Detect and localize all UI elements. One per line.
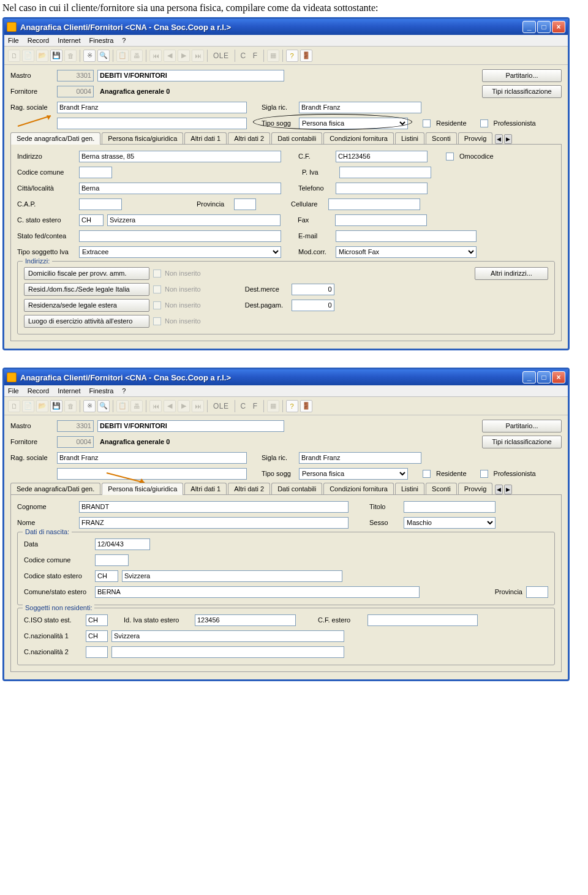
grid-icon[interactable]: ▦ <box>267 400 279 412</box>
minimize-button[interactable]: _ <box>522 21 536 33</box>
c-label[interactable]: C <box>241 51 246 60</box>
tiposogg-select[interactable]: Persona fisica <box>299 468 408 480</box>
cstato-desc[interactable] <box>107 214 281 226</box>
nasc-codcom-input[interactable] <box>95 554 129 566</box>
professionista-checkbox[interactable] <box>480 470 488 478</box>
tab-provvig[interactable]: Provvig <box>458 483 493 494</box>
tab-next-icon[interactable]: ▶ <box>504 485 512 494</box>
destmerce-input[interactable] <box>292 284 334 295</box>
cf-input[interactable] <box>336 151 428 162</box>
tab-persona[interactable]: Persona fisica/giuridica <box>102 132 183 144</box>
cap-input[interactable] <box>79 198 122 210</box>
cnaz2-input[interactable] <box>86 646 108 658</box>
first-icon[interactable]: ⏮ <box>149 400 162 412</box>
resid-estera-button[interactable]: Residenza/sede legale estera <box>24 299 149 312</box>
print-icon[interactable]: 🖶 <box>130 50 143 62</box>
last-icon[interactable]: ⏭ <box>192 50 204 62</box>
menu-file[interactable]: File <box>8 387 19 395</box>
indirizzo-input[interactable] <box>79 151 281 162</box>
tab-list[interactable]: Listini <box>395 132 424 144</box>
exit-icon[interactable]: 🚪 <box>300 400 312 412</box>
prov-input[interactable] <box>234 198 256 210</box>
copy-icon[interactable]: 📄 <box>22 50 34 62</box>
mastro-desc[interactable] <box>97 420 284 432</box>
tab-altri2[interactable]: Altri dati 2 <box>228 483 270 494</box>
close-button[interactable]: × <box>552 371 565 383</box>
exit-icon[interactable]: 🚪 <box>300 50 312 62</box>
tab-altri1[interactable]: Altri dati 1 <box>184 132 227 144</box>
cnaz1-input[interactable] <box>86 630 108 642</box>
omocodice-checkbox[interactable] <box>446 153 454 160</box>
tab-cond[interactable]: Condizioni fornitura <box>323 483 394 494</box>
data-input[interactable] <box>95 538 150 550</box>
first-icon[interactable]: ⏮ <box>149 50 162 62</box>
tab-sconti[interactable]: Sconti <box>426 132 457 144</box>
ragsociale-input[interactable] <box>57 452 247 464</box>
destpag-input[interactable] <box>292 300 334 311</box>
partitario-button[interactable]: Partitario... <box>482 69 562 82</box>
maximize-button[interactable]: □ <box>537 371 551 383</box>
open-icon[interactable]: 📂 <box>36 50 48 62</box>
delete-icon[interactable]: 🗑 <box>64 50 77 62</box>
tab-provvig[interactable]: Provvig <box>458 132 493 144</box>
menu-internet[interactable]: Internet <box>58 387 80 395</box>
altri-indirizzi-button[interactable]: Altri indirizzi... <box>475 267 548 280</box>
doc-icon[interactable]: 📋 <box>116 400 129 412</box>
next-icon[interactable]: ▶ <box>178 50 190 62</box>
open-icon[interactable]: 📂 <box>36 400 48 412</box>
tab-conta[interactable]: Dati contabili <box>271 483 322 494</box>
codcom-input[interactable] <box>79 167 112 178</box>
ole-label[interactable]: OLE <box>213 402 229 410</box>
riclassificazione-button[interactable]: Tipi riclassificazione <box>482 85 562 98</box>
fax-input[interactable] <box>335 214 427 226</box>
luogo-estero-button[interactable]: Luogo di esercizio attività all'estero <box>24 315 149 328</box>
riclassificazione-button[interactable]: Tipi riclassificazione <box>482 436 562 448</box>
titolo-input[interactable] <box>404 501 496 513</box>
menu-file[interactable]: File <box>8 37 19 44</box>
f-label[interactable]: F <box>253 402 258 410</box>
next-icon[interactable]: ▶ <box>178 400 190 412</box>
tab-prev-icon[interactable]: ◀ <box>495 134 503 144</box>
cstato-input[interactable] <box>79 214 104 226</box>
cel-input[interactable] <box>328 198 420 210</box>
tiva-select[interactable]: Extracee <box>79 246 281 258</box>
menu-record[interactable]: Record <box>28 387 49 395</box>
sfed-input[interactable] <box>79 230 281 242</box>
binoculars-icon[interactable]: 🔍 <box>97 50 110 62</box>
mastro-desc[interactable] <box>97 70 284 81</box>
star-icon[interactable]: ※ <box>83 400 96 412</box>
new-icon[interactable]: 🗋 <box>8 50 20 62</box>
tab-conta[interactable]: Dati contabili <box>271 132 322 144</box>
tab-sconti[interactable]: Sconti <box>426 483 457 494</box>
tab-altri1[interactable]: Altri dati 1 <box>184 483 227 494</box>
menu-internet[interactable]: Internet <box>58 37 80 44</box>
tab-next-icon[interactable]: ▶ <box>504 134 512 144</box>
ciso-input[interactable] <box>86 614 108 626</box>
tab-sede[interactable]: Sede anagrafica/Dati gen. <box>10 483 100 494</box>
binoculars-icon[interactable]: 🔍 <box>97 400 110 412</box>
resid-italia-button[interactable]: Resid./dom.fisc./Sede legale Italia <box>24 283 149 296</box>
professionista-checkbox[interactable] <box>480 119 488 127</box>
partitario-button[interactable]: Partitario... <box>482 420 562 432</box>
nasc-prov-input[interactable] <box>526 586 548 598</box>
tab-sede[interactable]: Sede anagrafica/Dati gen. <box>10 132 100 145</box>
copy-icon[interactable]: 📄 <box>22 400 34 412</box>
nome-input[interactable] <box>79 517 349 529</box>
cognome-input[interactable] <box>79 501 349 513</box>
menu-finestra[interactable]: Finestra <box>89 37 114 44</box>
menu-help[interactable]: ? <box>122 37 126 44</box>
c-label[interactable]: C <box>241 402 246 410</box>
piva-input[interactable] <box>339 167 431 178</box>
prev-icon[interactable]: ◀ <box>164 50 176 62</box>
tab-altri2[interactable]: Altri dati 2 <box>228 132 270 144</box>
menu-help[interactable]: ? <box>122 387 126 395</box>
residente-checkbox[interactable] <box>423 119 431 127</box>
grid-icon[interactable]: ▦ <box>267 50 279 62</box>
help-icon[interactable]: ? <box>286 50 298 62</box>
doc-icon[interactable]: 📋 <box>116 50 129 62</box>
idiva-input[interactable] <box>195 614 296 626</box>
email-input[interactable] <box>336 230 477 242</box>
new-icon[interactable]: 🗋 <box>8 400 20 412</box>
tab-persona[interactable]: Persona fisica/giuridica <box>102 483 183 495</box>
tab-prev-icon[interactable]: ◀ <box>495 485 503 494</box>
